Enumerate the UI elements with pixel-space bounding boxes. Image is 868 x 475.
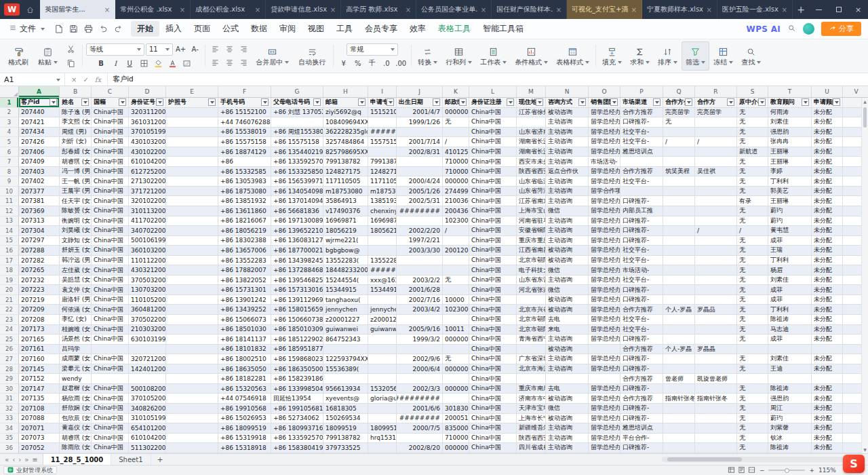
cell[interactable]: 王丽琳	[768, 147, 812, 157]
cell[interactable]	[695, 354, 737, 364]
cell[interactable]: 吴佳祺	[695, 167, 737, 177]
cell[interactable]	[368, 246, 397, 256]
column-header[interactable]: F	[218, 86, 271, 97]
cell[interactable]: 35864913	[323, 196, 368, 206]
sogou-input-icon[interactable]: S	[843, 455, 865, 473]
cell[interactable]: 四川省成都	[517, 443, 546, 453]
align-left-button[interactable]	[209, 57, 222, 69]
cell[interactable]: +86 1335925706	[271, 157, 323, 167]
save-button[interactable]	[66, 22, 80, 36]
column-header[interactable]: J	[397, 86, 443, 97]
menu-tab[interactable]: 智能工具箱	[477, 21, 530, 37]
cell[interactable]: 340826200106060020	[129, 404, 166, 414]
filter-dropdown-icon[interactable]	[81, 98, 89, 106]
cell[interactable]: 刘素佳	[768, 276, 812, 286]
cell[interactable]: 周煜 (男)	[60, 128, 92, 138]
cell[interactable]: z20001227(	[368, 315, 397, 325]
header-cell[interactable]: 申请专用	[368, 98, 397, 108]
cell[interactable]: 口碑推荐-	[620, 226, 663, 236]
cell[interactable]	[768, 345, 812, 355]
filter-dropdown-icon[interactable]	[261, 98, 269, 106]
cell[interactable]: 10000	[443, 295, 469, 305]
cell[interactable]: +86 1370140948	[271, 196, 323, 206]
cell[interactable]: 未分配	[812, 305, 843, 315]
cell[interactable]: bgbgbow@	[323, 246, 368, 256]
cell[interactable]: 主动咨询	[546, 196, 589, 206]
close-tab-icon[interactable]: ×	[255, 6, 260, 14]
cell[interactable]: +86 15575158	[271, 137, 323, 147]
cell[interactable]: 口碑推荐-	[620, 196, 663, 206]
cell[interactable]: China中国	[92, 206, 129, 216]
cell[interactable]: 陈敏赟 (女	[60, 206, 92, 216]
column-header[interactable]: G	[271, 86, 323, 97]
cell[interactable]: 罗晶品	[695, 305, 737, 315]
cell[interactable]	[323, 374, 368, 384]
cell[interactable]: 142401200006041426	[129, 364, 166, 375]
cell[interactable]: 被动咨询	[546, 295, 589, 305]
percent-button[interactable]: %	[351, 58, 364, 69]
cell[interactable]	[443, 256, 469, 266]
cell[interactable]: China中国	[92, 384, 129, 394]
filter-dropdown-icon[interactable]	[387, 98, 394, 106]
close-tab-icon[interactable]: ×	[104, 6, 110, 14]
cell[interactable]: 15344915	[368, 285, 397, 295]
cell[interactable]	[695, 276, 737, 286]
cell[interactable]: China中国	[469, 295, 517, 305]
cell[interactable]: 社交平台-	[620, 137, 663, 147]
cell[interactable]: 口碑推荐-	[620, 236, 663, 246]
column-header[interactable]: B	[60, 86, 92, 97]
cell[interactable]: China中国	[469, 345, 517, 355]
cell[interactable]: 无	[737, 216, 768, 227]
cell[interactable]: +86 1580156591	[271, 305, 323, 315]
cell[interactable]: guiwanwei	[323, 325, 368, 335]
filter-dropdown-icon[interactable]	[459, 98, 467, 106]
cell[interactable]: 张冉冉	[768, 137, 812, 147]
cell[interactable]	[443, 345, 469, 355]
row-number[interactable]: 18	[0, 265, 19, 276]
cell[interactable]: +86 1877000215	[271, 246, 323, 256]
cell[interactable]: +86 18099519	[218, 423, 271, 434]
cell[interactable]: 无	[737, 117, 768, 128]
cell[interactable]: 110105200207165451	[129, 295, 166, 305]
cell[interactable]	[166, 394, 218, 404]
cell[interactable]: 799138782	[323, 434, 368, 444]
row-number[interactable]: 28	[0, 364, 19, 375]
row-number[interactable]: 34	[0, 423, 19, 434]
menu-tab[interactable]: 工具	[330, 21, 359, 37]
cell[interactable]: 韩泞远 (男	[60, 256, 92, 266]
cell[interactable]: 无	[737, 434, 768, 444]
cell[interactable]: China中国	[92, 325, 129, 335]
cell[interactable]: +86 1335925706	[271, 434, 323, 444]
cell[interactable]: 留学总经办	[589, 364, 620, 375]
cell[interactable]: 北京市海淀	[517, 364, 546, 375]
menu-tab[interactable]: 表格工具	[432, 21, 477, 37]
cell[interactable]: 杨欣雨 (女	[60, 394, 92, 404]
cell[interactable]: 主动咨询	[546, 354, 589, 364]
cell[interactable]: 无	[737, 295, 768, 305]
cell[interactable]: 无	[443, 276, 469, 286]
cell[interactable]: 成菲	[768, 295, 812, 305]
cell[interactable]: 370503200302020020	[129, 276, 166, 286]
row-number[interactable]: 33	[0, 414, 19, 424]
cell[interactable]	[166, 265, 218, 276]
cell[interactable]: 2002/2/20	[397, 226, 443, 236]
cell[interactable]	[397, 157, 443, 167]
cell[interactable]: China中国	[469, 354, 517, 364]
cell[interactable]: China中国	[469, 226, 517, 236]
cell[interactable]: 彭春婧 (女	[60, 147, 92, 157]
cell[interactable]	[166, 187, 218, 197]
cell[interactable]: 社交平台-	[620, 325, 663, 335]
cell[interactable]: 唐洛轩 (男)	[60, 295, 92, 305]
cell[interactable]: China中国	[92, 128, 129, 138]
cell[interactable]: 3257484864	[323, 137, 368, 147]
cell[interactable]: 无	[737, 256, 768, 266]
menu-tab[interactable]: 开始	[131, 21, 159, 37]
close-tab-icon[interactable]: ×	[330, 6, 336, 14]
cell[interactable]: 122593794XXX@163.	[323, 354, 368, 364]
cell[interactable]	[443, 265, 469, 276]
cell[interactable]: 口碑推荐-	[620, 295, 663, 305]
cell[interactable]: 蔚玓	[768, 414, 812, 424]
cell[interactable]: +86 13901242	[218, 295, 271, 305]
column-header[interactable]: V	[843, 86, 868, 97]
cell[interactable]	[663, 434, 695, 444]
